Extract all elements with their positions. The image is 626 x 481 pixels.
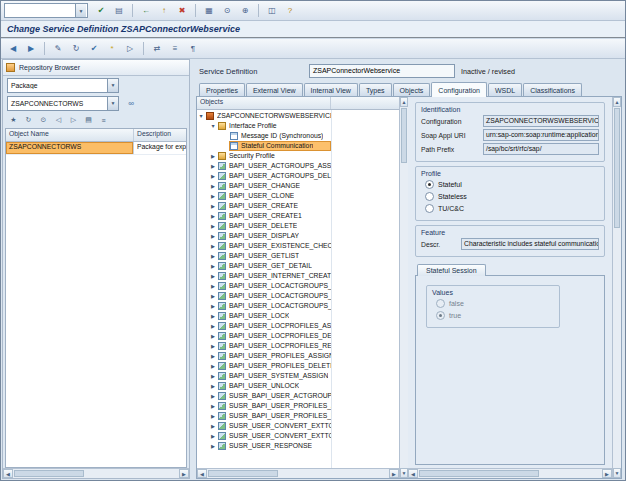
browser-horizontal-scrollbar[interactable]: ◀ ▶ <box>3 468 189 478</box>
tree-item[interactable]: ▼Interface Profile <box>197 121 331 131</box>
tree-horizontal-scrollbar[interactable]: ◀ ▶ <box>197 468 399 478</box>
repository-browser-header[interactable]: Repository Browser <box>3 60 189 76</box>
expand-icon[interactable]: ▶ <box>209 193 217 199</box>
expand-icon[interactable]: ▶ <box>209 393 217 399</box>
expand-icon[interactable]: ▶ <box>209 223 217 229</box>
activate-icon[interactable]: * <box>104 41 120 57</box>
expand-icon[interactable]: ▶ <box>209 283 217 289</box>
display-object-icon[interactable]: ∞ <box>123 95 139 111</box>
scroll-right-icon[interactable]: ▶ <box>389 469 399 478</box>
radio-stateless[interactable]: Stateless <box>425 192 599 201</box>
back-arrow-icon[interactable]: ◀ <box>5 41 21 57</box>
tree-item[interactable]: ▶SUSR_USER_CONVERT_EXTTOINT <box>197 421 331 431</box>
menu-icon[interactable]: ≡ <box>97 114 110 127</box>
expand-icon[interactable]: ▶ <box>209 153 217 159</box>
expand-icon[interactable]: ▶ <box>209 363 217 369</box>
tab-wsdl[interactable]: WSDL <box>488 83 522 96</box>
expand-icon[interactable]: ▶ <box>209 383 217 389</box>
radio-button-icon[interactable] <box>425 180 434 189</box>
soap-appl-uri-field[interactable]: urn:sap-com:soap:runtime:application:... <box>483 129 599 141</box>
scroll-thumb[interactable] <box>419 470 539 477</box>
pretty-printer-icon[interactable]: ¶ <box>185 41 201 57</box>
tree-item[interactable]: Message ID (Synchronous) <box>197 131 331 141</box>
tree-item[interactable]: ▶SUSR_BAPI_USER_ACTGROUPS_A... <box>197 391 331 401</box>
service-definition-field[interactable]: ZSAPConnectorWebservice <box>309 64 455 78</box>
tree-item[interactable]: ▶BAPI_USER_CLONE <box>197 191 331 201</box>
tree-item[interactable]: Stateful Communication <box>197 141 331 151</box>
expand-icon[interactable]: ▶ <box>209 343 217 349</box>
browser-type-select[interactable]: Package ▼ <box>7 78 119 93</box>
previous-object-icon[interactable]: ◁ <box>52 114 65 127</box>
radio-tu-c-c[interactable]: TU/C&C <box>425 204 599 213</box>
command-input[interactable] <box>5 4 75 17</box>
tree-item[interactable]: ▶BAPI_USER_EXISTENCE_CHECK <box>197 241 331 251</box>
check-icon[interactable]: ✔ <box>86 41 102 57</box>
tree-item[interactable]: ▶BAPI_USER_ACTGROUPS_ASSIGN <box>197 161 331 171</box>
object-name-select[interactable]: ZSAPCONNECTORWS ▼ <box>7 96 119 111</box>
expand-icon[interactable]: ▶ <box>209 423 217 429</box>
tree-item[interactable]: ▶BAPI_USER_ACTGROUPS_DELETE <box>197 171 331 181</box>
expand-icon[interactable]: ▶ <box>209 353 217 359</box>
expand-icon[interactable]: ▶ <box>209 373 217 379</box>
expand-icon[interactable]: ▶ <box>209 303 217 309</box>
tab-objects[interactable]: Objects <box>393 83 431 96</box>
tree-item[interactable]: ▶BAPI_USER_INTERNET_CREATE <box>197 271 331 281</box>
tab-types[interactable]: Types <box>359 83 392 96</box>
tree-item[interactable]: ▶BAPI_USER_LOCK <box>197 311 331 321</box>
column-description[interactable]: Description <box>134 129 186 141</box>
display-change-icon[interactable]: ✎ <box>50 41 66 57</box>
tree-item[interactable]: ▶SUSR_BAPI_USER_PROFILES_DEL... <box>197 411 331 421</box>
tree-item[interactable]: ▶BAPI_USER_CREATE1 <box>197 211 331 221</box>
expand-icon[interactable]: ▼ <box>197 113 205 119</box>
tree-item[interactable]: ▶BAPI_USER_CREATE <box>197 201 331 211</box>
where-used-icon[interactable]: ⇄ <box>149 41 165 57</box>
expand-icon[interactable]: ▶ <box>209 173 217 179</box>
descr-field[interactable]: Characteristic includes stateful communi… <box>461 238 599 250</box>
find-icon[interactable]: ⊙ <box>37 114 50 127</box>
new-session-icon[interactable]: ◫ <box>264 3 280 19</box>
back-icon[interactable]: ← <box>138 3 154 19</box>
tree-item[interactable]: ▶BAPI_USER_CHANGE <box>197 181 331 191</box>
scroll-thumb[interactable] <box>401 108 407 163</box>
tree-item[interactable]: ▶Security Profile <box>197 151 331 161</box>
expand-icon[interactable]: ▶ <box>209 323 217 329</box>
tree-item[interactable]: ▶BAPI_USER_LOCACTGROUPS_REA... <box>197 301 331 311</box>
expand-icon[interactable]: ▶ <box>209 313 217 319</box>
scroll-thumb[interactable] <box>208 470 278 477</box>
tree-item[interactable]: ▶BAPI_USER_SYSTEM_ASSIGN <box>197 371 331 381</box>
scroll-up-icon[interactable]: ▲ <box>613 97 621 107</box>
path-prefix-field[interactable]: /sap/bc/srt/rfc/sap/ <box>483 143 599 155</box>
scroll-right-icon[interactable]: ▶ <box>179 469 189 478</box>
tree-item[interactable]: ▶BAPI_USER_LOCACTGROUPS_DEL... <box>197 291 331 301</box>
detail-horizontal-scrollbar[interactable]: ◀ ▶ <box>408 468 612 478</box>
tree-item[interactable]: ▶BAPI_USER_GET_DETAIL <box>197 261 331 271</box>
tree-item[interactable]: ▶BAPI_USER_UNLOCK <box>197 381 331 391</box>
expand-icon[interactable]: ▶ <box>209 243 217 249</box>
help-icon[interactable]: ? <box>282 3 298 19</box>
tab-configuration[interactable]: Configuration <box>431 82 487 97</box>
tree-item[interactable]: ▶SUSR_USER_RESPONSE <box>197 441 331 451</box>
scroll-right-icon[interactable]: ▶ <box>602 469 612 478</box>
tab-stateful-session[interactable]: Stateful Session <box>417 264 486 276</box>
tree-item[interactable]: ▶BAPI_USER_GETLIST <box>197 251 331 261</box>
tree-vertical-scrollbar[interactable]: ▲ ▼ <box>399 97 408 478</box>
expand-icon[interactable]: ▶ <box>209 183 217 189</box>
expand-icon[interactable]: ▶ <box>209 293 217 299</box>
tab-internal-view[interactable]: Internal View <box>304 83 358 96</box>
tree-item[interactable]: ▶BAPI_USER_LOCPROFILES_READ <box>197 341 331 351</box>
tree-item[interactable]: ▶BAPI_USER_LOCPROFILES_DELET... <box>197 331 331 341</box>
worklist-icon[interactable]: ▤ <box>82 114 95 127</box>
expand-icon[interactable]: ▶ <box>209 333 217 339</box>
object-list-icon[interactable]: ≡ <box>167 41 183 57</box>
radio-button-icon[interactable] <box>425 192 434 201</box>
scroll-left-icon[interactable]: ◀ <box>197 469 207 478</box>
expand-icon[interactable]: ▼ <box>209 123 217 129</box>
print-icon[interactable]: ▦ <box>201 3 217 19</box>
scroll-down-icon[interactable]: ▼ <box>613 468 621 478</box>
radio-stateful[interactable]: Stateful <box>425 180 599 189</box>
chevron-down-icon[interactable]: ▼ <box>75 4 86 17</box>
tree-item[interactable]: ▼ZSAPCONNECTORWSWEBSERVICE <box>197 111 331 121</box>
scroll-thumb[interactable] <box>14 470 84 477</box>
cancel-icon[interactable]: ✖ <box>174 3 190 19</box>
tree-item[interactable]: ▶BAPI_USER_LOCPROFILES_ASSIGN <box>197 321 331 331</box>
